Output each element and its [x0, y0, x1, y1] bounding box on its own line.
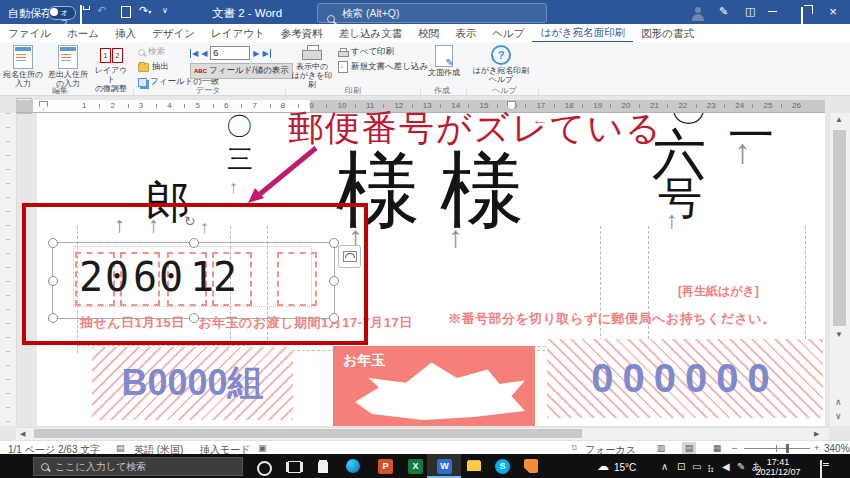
excel-icon[interactable]: X: [408, 459, 423, 474]
prev-page-icon[interactable]: ∧: [835, 398, 842, 407]
ruler-number: 1: [82, 101, 86, 110]
monitor-icon[interactable]: ⊡: [677, 462, 685, 472]
pen-icon[interactable]: ✎: [737, 462, 745, 472]
first-record-icon[interactable]: ◀: [190, 49, 198, 58]
battery-icon[interactable]: ▭: [692, 462, 701, 472]
field-value-display-button[interactable]: ABC フィールド/値の表示: [190, 63, 293, 79]
word-window: 自動保存 オフ ↶ ↷▾ ∨ 文書 2 - Word 検索 (Alt+Q) ✎ …: [0, 0, 850, 478]
skype-icon[interactable]: S: [495, 459, 510, 474]
file-explorer-icon[interactable]: [467, 461, 481, 471]
record-number-input[interactable]: [210, 46, 250, 60]
qat-more-icon[interactable]: ∨: [162, 6, 168, 15]
macro-record-icon[interactable]: ▣: [258, 443, 267, 453]
horizontal-scroll-thumb[interactable]: [34, 429, 582, 438]
hagaki-help-button[interactable]: ? はがき宛名印刷 ヘルプ: [470, 45, 532, 84]
search-bar[interactable]: 検索 (Alt+Q): [317, 3, 547, 23]
linebreak-arrow-icon: ↑: [448, 222, 463, 252]
tab-review[interactable]: 校閲: [410, 24, 447, 42]
scroll-up-icon[interactable]: ▲: [835, 116, 843, 124]
scroll-down-icon[interactable]: ▼: [835, 331, 843, 339]
cortana-icon[interactable]: [257, 461, 272, 476]
ruler-tick: [667, 104, 668, 108]
tab-design[interactable]: デザイン: [144, 24, 203, 42]
search-placeholder: 検索 (Alt+Q): [342, 7, 399, 21]
ruler-number: 5: [196, 101, 200, 110]
autosave-toggle[interactable]: オフ: [48, 6, 76, 20]
ruler-tick: [270, 104, 271, 108]
tab-view[interactable]: 表示: [447, 24, 484, 42]
ribbon-display-icon[interactable]: ◫: [745, 5, 755, 18]
tab-mailings[interactable]: 差し込み文書: [331, 24, 411, 42]
ruler-number: 2: [110, 101, 114, 110]
tab-file[interactable]: ファイル: [0, 24, 59, 42]
tab-insert[interactable]: 挿入: [107, 24, 144, 42]
save-icon[interactable]: [80, 5, 82, 24]
otoshidama-label: お年玉: [343, 352, 385, 370]
zoom-out-icon[interactable]: –: [732, 443, 737, 453]
tab-shape-format[interactable]: 図形の書式: [633, 24, 702, 42]
weather-icon[interactable]: ☁: [597, 459, 609, 473]
sender-address-button[interactable]: 差出人住所 の入力: [46, 45, 90, 88]
tab-help[interactable]: ヘルプ: [484, 24, 532, 42]
lottery-number: 000000: [591, 356, 778, 401]
annotation-rectangle: [22, 203, 368, 345]
zoom-in-icon[interactable]: +: [814, 443, 819, 453]
sender-form-icon: [58, 45, 78, 69]
ruler-tick: [128, 104, 129, 108]
search-icon: [327, 15, 335, 23]
ruler-number: 8: [281, 101, 285, 110]
extract-button[interactable]: 抽出: [138, 61, 169, 73]
store-icon[interactable]: [318, 462, 328, 473]
tray-expand-icon[interactable]: ∧: [661, 462, 668, 472]
recipient-form-icon: [13, 45, 33, 69]
network-icon[interactable]: ⣦: [707, 462, 714, 472]
notification-center-icon[interactable]: [820, 460, 822, 478]
prev-record-icon[interactable]: ◀: [201, 49, 207, 58]
next-record-icon[interactable]: ▶: [253, 49, 259, 58]
abc-icon: ABC: [194, 68, 207, 74]
merge-new-doc-button[interactable]: 新規文書へ差し込み: [338, 61, 428, 73]
word-icon[interactable]: W: [437, 459, 452, 474]
lottery-number-box: 000000: [547, 339, 823, 418]
zoom-level[interactable]: 340%: [824, 443, 850, 454]
tab-references[interactable]: 参考資料: [273, 24, 331, 42]
edge-icon[interactable]: [346, 459, 360, 473]
volume-icon[interactable]: ◀: [722, 462, 730, 472]
layout-adjust-button[interactable]: 12 レイアウト の微調整: [92, 45, 130, 93]
ruler-number: 3: [139, 101, 143, 110]
tab-home[interactable]: ホーム: [59, 24, 107, 42]
read-mode-icon[interactable]: ▥: [654, 442, 668, 454]
minimize-button[interactable]: [768, 11, 777, 12]
field-match-icon: [138, 78, 147, 87]
web-layout-icon[interactable]: ▦: [710, 442, 724, 454]
clock-time: 17:41: [767, 457, 790, 467]
create-body-button[interactable]: 文面作成: [424, 45, 464, 77]
scroll-right-icon[interactable]: ▶: [814, 430, 819, 437]
zoom-slider-thumb[interactable]: [786, 444, 789, 453]
next-page-icon[interactable]: ∨: [835, 412, 842, 421]
print-all-button[interactable]: すべて印刷: [338, 46, 394, 58]
ruler-number: 6: [224, 101, 228, 110]
recipient-address-button[interactable]: 宛名住所の 入力: [2, 45, 44, 88]
redo-icon[interactable]: ↷▾: [139, 4, 151, 17]
zoom-slider-track[interactable]: [744, 448, 810, 449]
new-document-icon[interactable]: [121, 6, 131, 18]
merge-doc-icon: [338, 61, 348, 73]
taskbar-search[interactable]: ここに入力して検索: [33, 457, 243, 476]
close-button[interactable]: ×: [822, 4, 844, 19]
vertical-scroll-thumb[interactable]: [833, 130, 846, 326]
proofing-icon[interactable]: ▤: [116, 443, 125, 453]
scroll-left-icon[interactable]: ◀: [20, 430, 25, 437]
task-view-icon[interactable]: [288, 461, 301, 473]
print-current-button[interactable]: 表示中の はがきを印刷: [289, 45, 335, 89]
weather-temp[interactable]: 15°C: [614, 462, 636, 473]
last-record-icon[interactable]: ▶: [262, 49, 270, 58]
pen-mode-icon[interactable]: ✎: [719, 5, 728, 18]
taskbar-clock[interactable]: 17:41 2021/12/07: [752, 457, 804, 477]
ruler-tick: [781, 104, 782, 108]
tab-hagaki-atena[interactable]: はがき宛名面印刷: [532, 23, 633, 43]
tab-layout[interactable]: レイアウト: [203, 24, 273, 42]
printer-small-icon: [338, 48, 348, 56]
print-layout-icon[interactable]: ▤: [682, 442, 696, 454]
powerpoint-icon[interactable]: P: [378, 459, 393, 474]
